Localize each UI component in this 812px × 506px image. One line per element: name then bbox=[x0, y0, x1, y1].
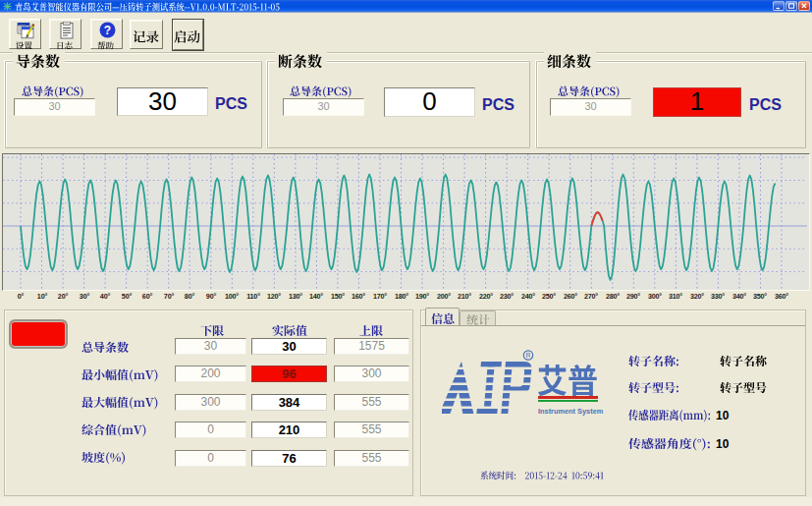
svg-text:R: R bbox=[525, 352, 530, 359]
svg-text:?: ? bbox=[104, 24, 111, 37]
